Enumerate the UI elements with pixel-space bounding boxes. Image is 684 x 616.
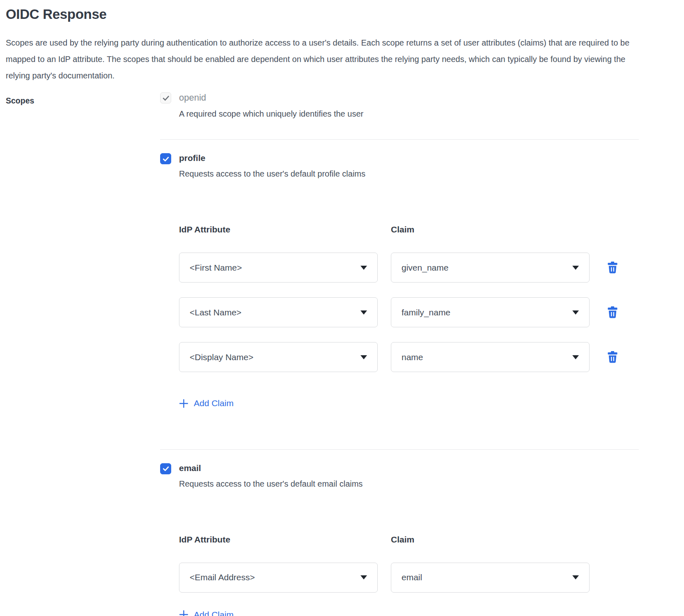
caret-down-icon — [360, 575, 367, 579]
idp-attribute-select[interactable]: <Email Address> — [179, 563, 378, 593]
claim-select[interactable]: given_name — [391, 253, 590, 283]
scopes-description-text: Scopes are used by the relying party dur… — [6, 34, 640, 84]
form-label-column: Scopes — [6, 92, 160, 106]
claim-mapping-row: <Last Name> family_name — [179, 297, 639, 327]
claim-selected-value: family_name — [402, 308, 450, 317]
caret-down-icon — [360, 310, 367, 315]
caret-down-icon — [572, 266, 579, 270]
idp-attribute-selected-value: <Display Name> — [190, 352, 253, 362]
scope-email-text: email Requests access to the user's defa… — [179, 463, 363, 489]
trash-icon — [607, 351, 618, 363]
scope-profile-description: Requests access to the user's default pr… — [179, 169, 365, 178]
trash-icon — [607, 262, 618, 274]
scope-profile-text: profile Requests access to the user's de… — [179, 153, 365, 179]
claim-select[interactable]: name — [391, 342, 590, 372]
oidc-response-panel: OIDC Response Scopes are used by the rel… — [0, 0, 684, 616]
scope-profile-label: profile — [179, 153, 365, 163]
claim-selected-value: given_name — [402, 263, 448, 273]
idp-attribute-column-header: IdP Attribute — [179, 535, 378, 545]
scopes-field-label: Scopes — [6, 96, 34, 105]
profile-checkbox[interactable] — [160, 153, 171, 164]
section-divider — [160, 139, 639, 140]
email-claim-mapping-table: IdP Attribute Claim <Email Address> emai… — [179, 535, 639, 616]
scope-email-header: email Requests access to the user's defa… — [160, 463, 639, 489]
scope-profile-header: profile Requests access to the user's de… — [160, 153, 639, 179]
scope-section-openid: openid A required scope which uniquely i… — [160, 92, 639, 119]
scope-openid-header: openid A required scope which uniquely i… — [160, 92, 639, 119]
caret-down-icon — [572, 575, 579, 579]
caret-down-icon — [360, 266, 367, 270]
idp-attribute-selected-value: <Email Address> — [190, 572, 255, 582]
scope-section-email: email Requests access to the user's defa… — [160, 463, 639, 616]
scope-section-profile: profile Requests access to the user's de… — [160, 153, 639, 429]
check-icon — [162, 464, 170, 473]
idp-attribute-select[interactable]: <Last Name> — [179, 297, 378, 327]
claim-mapping-row: <Email Address> email — [179, 563, 639, 593]
idp-attribute-selected-value: <First Name> — [190, 263, 242, 273]
idp-attribute-column-header: IdP Attribute — [179, 225, 378, 234]
scope-openid-description: A required scope which uniquely identifi… — [179, 109, 363, 118]
claim-select[interactable]: family_name — [391, 297, 590, 327]
delete-claim-button[interactable] — [607, 306, 618, 319]
idp-attribute-selected-value: <Last Name> — [190, 308, 241, 317]
add-claim-label: Add Claim — [194, 610, 234, 616]
mapping-header-row: IdP Attribute Claim — [179, 535, 639, 545]
scopes-column: openid A required scope which uniquely i… — [160, 92, 639, 616]
scope-email-label: email — [179, 463, 363, 473]
plus-icon — [179, 610, 188, 616]
page-title: OIDC Response — [6, 7, 678, 22]
claim-column-header: Claim — [391, 535, 590, 545]
check-icon — [162, 94, 170, 102]
plus-icon — [179, 399, 188, 408]
claim-mapping-row: <First Name> given_name — [179, 253, 639, 283]
caret-down-icon — [360, 355, 367, 359]
scope-openid-label: openid — [179, 92, 363, 103]
section-divider — [160, 449, 639, 450]
claim-select[interactable]: email — [391, 563, 590, 593]
caret-down-icon — [572, 355, 579, 359]
claim-selected-value: name — [402, 352, 423, 362]
claim-selected-value: email — [402, 572, 422, 582]
add-claim-label: Add Claim — [194, 398, 234, 408]
delete-claim-button[interactable] — [607, 351, 618, 363]
openid-checkbox — [160, 92, 171, 103]
scopes-form-row: Scopes openid A required scope which uni… — [6, 92, 678, 616]
scope-openid-text: openid A required scope which uniquely i… — [179, 92, 363, 119]
mapping-header-row: IdP Attribute Claim — [179, 225, 639, 234]
claim-column-header: Claim — [391, 225, 590, 234]
claim-mapping-row: <Display Name> name — [179, 342, 639, 372]
profile-claim-mapping-table: IdP Attribute Claim <First Name> given_n… — [179, 225, 639, 410]
add-claim-button[interactable]: Add Claim — [179, 398, 234, 408]
check-icon — [162, 155, 170, 163]
trash-icon — [607, 306, 618, 319]
idp-attribute-select[interactable]: <First Name> — [179, 253, 378, 283]
idp-attribute-select[interactable]: <Display Name> — [179, 342, 378, 372]
caret-down-icon — [572, 310, 579, 315]
delete-claim-button[interactable] — [607, 262, 618, 274]
email-checkbox[interactable] — [160, 463, 171, 474]
scope-email-description: Requests access to the user's default em… — [179, 479, 363, 488]
add-claim-button[interactable]: Add Claim — [179, 610, 234, 616]
